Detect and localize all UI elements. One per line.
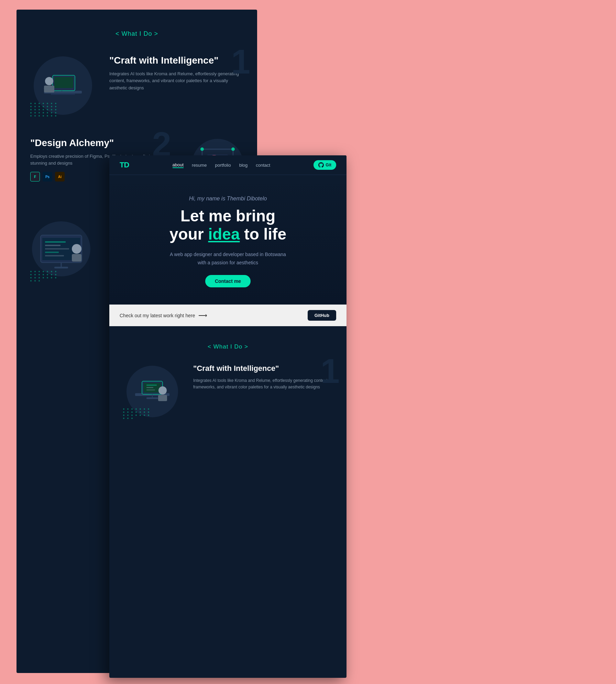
git-label: Git xyxy=(326,163,331,167)
banner-arrow-icon: ⟶ xyxy=(198,312,207,319)
illustrator-icon: Ai xyxy=(55,172,65,181)
nav-contact[interactable]: contact xyxy=(256,163,270,168)
fg-service-1-desc: Integrates AI tools like Kroma and Relum… xyxy=(193,377,333,390)
fg-what-i-do-section: < What I Do > xyxy=(109,326,346,433)
maintenance-svg xyxy=(32,221,90,276)
nav-logo: TD xyxy=(120,161,129,169)
fg-what-i-do-header: < What I Do > xyxy=(123,343,333,350)
svg-rect-19 xyxy=(45,241,66,243)
svg-rect-3 xyxy=(54,77,73,88)
hero-idea: idea xyxy=(208,225,240,243)
hero-description: A web app designer and developer based i… xyxy=(123,251,333,267)
svg-rect-1 xyxy=(51,93,75,95)
svg-rect-27 xyxy=(72,254,81,262)
service-card-1: 1 "Craft with Intelligence" Integrates A… xyxy=(30,55,243,117)
github-icon xyxy=(318,162,324,168)
svg-rect-32 xyxy=(146,387,153,388)
service-1-dots xyxy=(30,103,57,117)
hero-your: your xyxy=(169,225,208,243)
service-1-text: 1 "Craft with Intelligence" Integrates A… xyxy=(109,55,243,97)
svg-rect-23 xyxy=(45,255,64,256)
navbar: TD about resume portfolio blog contact G… xyxy=(109,155,346,175)
figma-icon: F xyxy=(30,172,40,181)
fg-service-1-illustration xyxy=(123,364,185,419)
fg-service-1-text: 1 "Craft with Intelligence" Integrates A… xyxy=(193,364,333,395)
github-button[interactable]: GitHub xyxy=(308,310,336,321)
fg-service-1-title: "Craft with Intelligence" xyxy=(193,364,333,373)
bg-what-i-do-header: < What I Do > xyxy=(30,30,243,37)
svg-rect-22 xyxy=(45,252,59,253)
contact-button[interactable]: Contact me xyxy=(205,275,251,287)
svg-rect-35 xyxy=(146,397,158,399)
nav-resume[interactable]: resume xyxy=(192,163,207,168)
hero-subtitle: Hi, my name is Thembi Dibotelo xyxy=(123,196,333,202)
banner-text: Check out my latest work right here ⟶ xyxy=(120,312,207,319)
svg-point-36 xyxy=(158,386,167,395)
hero-to-life: to life xyxy=(240,225,286,243)
service-1-desc: Integrates AI tools like Kroma and Relum… xyxy=(109,70,243,92)
svg-rect-5 xyxy=(58,92,66,93)
svg-rect-25 xyxy=(54,267,68,268)
banner-label: Check out my latest work right here xyxy=(120,313,195,318)
svg-rect-31 xyxy=(146,385,157,386)
service-1-title: "Craft with Intelligence" xyxy=(109,55,243,66)
nav-about[interactable]: about xyxy=(173,162,184,168)
hero-title-line1: Let me bring xyxy=(123,207,333,225)
foreground-page: TD about resume portfolio blog contact G… xyxy=(109,155,346,678)
svg-point-26 xyxy=(72,244,81,254)
fg-service-card-1: 1 "Craft with Intelligence" Integrates A… xyxy=(123,364,333,419)
nav-portfolio[interactable]: portfolio xyxy=(215,163,231,168)
git-button[interactable]: Git xyxy=(314,160,336,170)
photoshop-icon: Ps xyxy=(43,172,52,181)
hero-title-line2: your idea to life xyxy=(123,225,333,244)
svg-point-14 xyxy=(231,147,235,151)
svg-rect-33 xyxy=(146,389,155,390)
fg-service-1-dots xyxy=(123,408,150,419)
service-2-title: "Design Alchemy" xyxy=(30,137,164,149)
nav-links: about resume portfolio blog contact xyxy=(173,162,271,168)
service-3-illustration xyxy=(30,220,99,282)
nav-blog[interactable]: blog xyxy=(239,163,248,168)
svg-rect-20 xyxy=(45,245,60,246)
svg-rect-37 xyxy=(158,395,167,401)
svg-rect-21 xyxy=(45,248,69,250)
banner-strip: Check out my latest work right here ⟶ Gi… xyxy=(109,305,346,326)
service-1-illustration xyxy=(30,55,99,117)
svg-point-6 xyxy=(45,77,53,85)
hero-section: Hi, my name is Thembi Dibotelo Let me br… xyxy=(109,175,346,305)
service-3-dots xyxy=(30,271,57,282)
svg-point-13 xyxy=(200,147,204,151)
